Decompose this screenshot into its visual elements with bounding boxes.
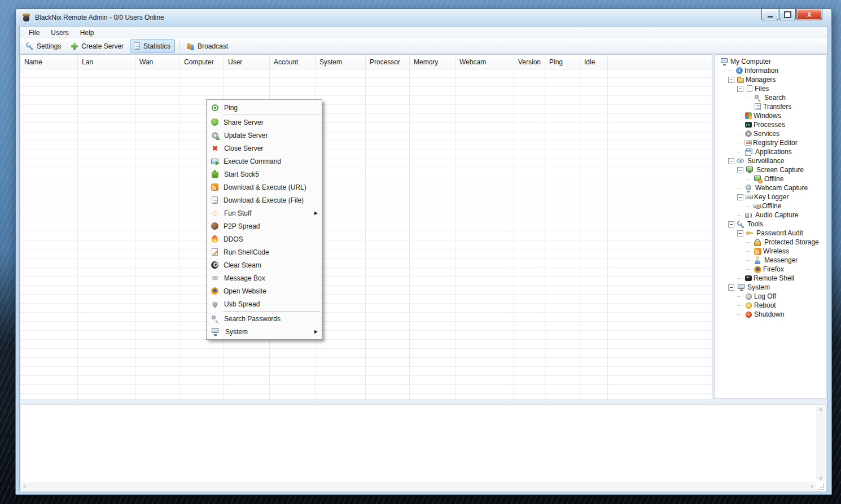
- tree-expand-box[interactable]: [728, 77, 734, 83]
- scroll-left-icon[interactable]: [23, 483, 26, 490]
- context-menu-item-search-passwords[interactable]: Search Passwords: [207, 312, 322, 325]
- resize-grip[interactable]: [817, 483, 825, 490]
- app-window: BlackNix Remote Admin - 0/0 Users Online…: [15, 8, 832, 495]
- tree-item-log-off[interactable]: Log Off: [715, 292, 826, 301]
- context-menu-item-system[interactable]: System▶: [207, 325, 322, 338]
- tree-item-tools[interactable]: Tools: [715, 220, 826, 229]
- context-menu-item-ddos[interactable]: DDOS: [207, 233, 322, 246]
- fun-stuff-icon: [211, 209, 220, 218]
- context-menu-item-download-execute-url[interactable]: Download & Execute (URL): [207, 181, 322, 194]
- column-header-version[interactable]: Version: [514, 55, 545, 69]
- context-menu-item-download-execute-file[interactable]: Download & Execute (File): [207, 194, 322, 207]
- tree-item-remote-shell[interactable]: Remote Shell: [715, 274, 826, 283]
- tree-item-files[interactable]: Files: [715, 84, 826, 93]
- toolbar-button-statistics[interactable]: Statistics: [130, 40, 175, 52]
- context-menu-item-fun-stuff[interactable]: Fun Stuff▶: [207, 207, 322, 220]
- tree-item-wireless[interactable]: Wireless: [715, 247, 826, 256]
- tree-item-label: Remote Shell: [754, 274, 794, 282]
- tree-item-applications[interactable]: Applications: [715, 147, 826, 156]
- context-menu-item-close-server[interactable]: Close Server: [207, 142, 322, 155]
- tree-connector: [737, 129, 743, 134]
- menu-item-file[interactable]: File: [23, 28, 45, 38]
- column-header-user[interactable]: User: [224, 55, 270, 69]
- tree-item-reboot[interactable]: Reboot: [715, 301, 826, 310]
- context-menu-item-update-server[interactable]: Update Server: [207, 129, 322, 142]
- tree-expand-box[interactable]: [728, 284, 734, 291]
- log-output[interactable]: [21, 406, 816, 481]
- tree-item-my-computer[interactable]: My Computer: [715, 57, 826, 66]
- tree-item-key-logger[interactable]: Key Logger: [715, 192, 826, 201]
- minimize-button[interactable]: [761, 9, 778, 20]
- tree-item-services[interactable]: Services: [715, 129, 826, 138]
- scroll-right-icon[interactable]: [811, 483, 813, 490]
- tree-item-webcam-capture[interactable]: Webcam Capture: [715, 183, 826, 192]
- context-menu-item-usb-spread[interactable]: Usb Spread: [207, 297, 322, 310]
- close-button[interactable]: X: [796, 9, 822, 20]
- column-header-ping[interactable]: Ping: [545, 55, 580, 69]
- tree-expand-box[interactable]: [728, 158, 734, 164]
- list-row: [20, 231, 712, 240]
- context-menu-item-start-sock5[interactable]: Start Sock5: [207, 168, 322, 181]
- column-header-memory[interactable]: Memory: [410, 55, 455, 69]
- log-horizontal-scrollbar[interactable]: [21, 482, 816, 491]
- tree-expand-box[interactable]: [737, 230, 743, 236]
- column-header-computer[interactable]: Computer: [180, 55, 224, 69]
- toolbar-button-broadcast[interactable]: Broadcast: [183, 40, 233, 52]
- list-row: [20, 132, 712, 141]
- tree-item-processes[interactable]: Processes: [715, 120, 826, 129]
- column-gridline: [580, 69, 580, 400]
- tree-item-password-audit[interactable]: Password Audit: [715, 229, 826, 238]
- tree-item-offline[interactable]: Offline: [715, 174, 826, 183]
- scroll-down-icon[interactable]: [819, 475, 823, 481]
- tree-item-windows[interactable]: Windows: [715, 111, 826, 120]
- tree-item-search[interactable]: Search: [715, 93, 826, 102]
- context-menu-item-ping[interactable]: Ping: [207, 101, 322, 114]
- column-header-processor[interactable]: Processor: [366, 55, 410, 69]
- context-menu-item-p2p-spread[interactable]: P2P Spread: [207, 220, 322, 233]
- context-menu-item-clear-steam[interactable]: Clear Steam: [207, 258, 322, 271]
- column-header-lan[interactable]: Lan: [78, 55, 135, 69]
- column-header-account[interactable]: Account: [270, 55, 316, 69]
- tree-item-protected-storage[interactable]: Protected Storage: [715, 238, 826, 247]
- log-vertical-scrollbar[interactable]: [816, 406, 825, 481]
- column-header-webcam[interactable]: Webcam: [455, 55, 514, 69]
- tree-item-system[interactable]: System: [715, 283, 826, 292]
- tree-item-messenger[interactable]: Messenger: [715, 256, 826, 265]
- context-menu-item-execute-command[interactable]: Execute Command: [207, 155, 322, 168]
- scroll-up-icon[interactable]: [819, 406, 823, 413]
- context-menu-item-run-shellcode[interactable]: Run ShellCode: [207, 246, 322, 258]
- toolbar-button-create-server[interactable]: Create Server: [67, 40, 128, 52]
- tree-item-registry-editor[interactable]: Registry Editor: [715, 138, 826, 147]
- context-menu-item-message-box[interactable]: Message Box: [207, 271, 322, 284]
- title-bar[interactable]: BlackNix Remote Admin - 0/0 Users Online: [16, 9, 831, 26]
- tree-item-shutdown[interactable]: Shutdown: [715, 310, 826, 319]
- maximize-button[interactable]: [779, 9, 796, 20]
- tree-item-information[interactable]: Information: [715, 66, 826, 75]
- context-menu-item-open-website[interactable]: Open Website: [207, 284, 322, 297]
- server-listview[interactable]: NameLanWanComputerUserAccountSystemProce…: [20, 54, 712, 400]
- tree-item-transfers[interactable]: Transfers: [715, 102, 826, 111]
- column-header-wan[interactable]: Wan: [135, 55, 180, 69]
- server-list-body[interactable]: [20, 69, 712, 400]
- tree-expand-box[interactable]: [737, 194, 743, 200]
- menu-item-users[interactable]: Users: [45, 28, 74, 38]
- tree-item-managers[interactable]: Managers: [715, 75, 826, 84]
- column-header-label: Idle: [584, 58, 595, 66]
- tree-item-surveillance[interactable]: Surveillance: [715, 156, 826, 165]
- context-menu-item-share-server[interactable]: Share Server: [207, 116, 322, 129]
- tree-item-audio-capture[interactable]: Audio Capture: [715, 211, 826, 220]
- column-header-idle[interactable]: Idle: [580, 55, 608, 69]
- tree-item-firefox[interactable]: Firefox: [715, 265, 826, 274]
- surveillance-icon: [737, 157, 745, 165]
- column-header-system[interactable]: System: [316, 55, 366, 69]
- tree-expand-box[interactable]: [737, 86, 743, 92]
- tree-expand-box[interactable]: [728, 221, 734, 227]
- tree-expand-box[interactable]: [737, 167, 743, 173]
- column-header-name[interactable]: Name: [20, 55, 78, 69]
- list-row: [20, 87, 712, 96]
- tree-item-screen-capture[interactable]: Screen Capture: [715, 165, 826, 174]
- toolbar-button-settings[interactable]: Settings: [23, 40, 65, 52]
- tree-item-offline[interactable]: Offline: [715, 201, 826, 211]
- firefox-icon: [754, 266, 761, 273]
- menu-item-help[interactable]: Help: [75, 28, 100, 38]
